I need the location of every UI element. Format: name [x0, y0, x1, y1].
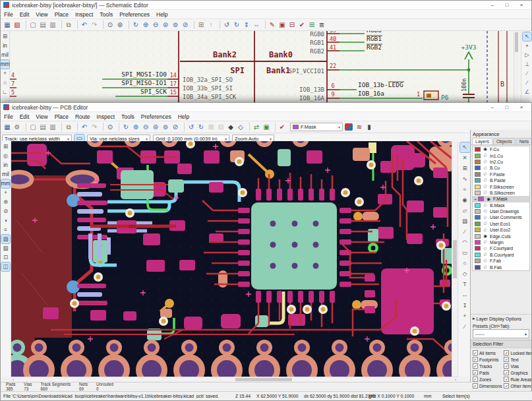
filter-checkbox[interactable]: ✓Graphics [504, 370, 531, 375]
visibility-eye-icon[interactable]: ∅ [483, 160, 488, 164]
menu-item[interactable]: Inspect [94, 113, 118, 120]
visibility-eye-icon[interactable]: ∅ [483, 228, 488, 233]
add-via-icon[interactable]: ◉ [460, 195, 470, 205]
layer-name[interactable]: Edge.Cuts [490, 234, 511, 239]
close-button[interactable]: × [514, 104, 529, 110]
rotate-ccw-icon[interactable]: ↺ [222, 20, 231, 30]
layer-row-b-paste[interactable]: ∅ B.Paste [473, 177, 529, 183]
add-footprint-icon[interactable]: ⊞ [460, 164, 470, 173]
assign-footprints-icon[interactable]: ⊞ [307, 20, 316, 30]
polar-coords-icon[interactable]: ◎ [1, 152, 10, 160]
save-icon[interactable]: ▦ [3, 20, 12, 30]
add-power-icon[interactable]: ⊥ [523, 60, 531, 69]
layer-name[interactable]: F.Mask [493, 197, 508, 201]
plot-icon[interactable]: ▥ [48, 20, 57, 30]
add-circle-icon[interactable]: ○ [460, 259, 470, 268]
grid-icon[interactable]: ⊞ [1, 142, 10, 151]
ratsnest-off-icon[interactable]: ⊘ [1, 207, 10, 216]
pcb-canvas[interactable]: CC1 [11, 141, 452, 377]
menu-item[interactable]: Place [51, 113, 72, 120]
visibility-eye-icon[interactable]: ∅ [483, 185, 488, 189]
add-rule-area-icon[interactable]: ▨ [460, 216, 470, 226]
units-inches-icon[interactable]: in [1, 161, 10, 170]
measure-icon[interactable]: ∕ [460, 322, 470, 332]
layer-color-swatch[interactable] [475, 215, 481, 220]
layer-color-swatch[interactable] [475, 172, 481, 177]
layer-color-swatch[interactable] [475, 154, 481, 158]
select-tool-icon[interactable]: ↖ [460, 142, 470, 152]
high-contrast-icon[interactable]: ◑ [1, 216, 10, 225]
filter-checkbox[interactable]: ✓Locked items [504, 350, 531, 355]
checkbox-check-icon[interactable]: ✓ [504, 377, 509, 382]
checkbox-check-icon[interactable]: ✓ [504, 383, 509, 388]
plot-icon[interactable]: ▥ [48, 123, 57, 132]
active-layer-dropdown[interactable]: F.Mask ▾ [290, 123, 343, 131]
ratsnest-icon[interactable]: ⊛ [1, 198, 10, 206]
rotate-ccw-icon[interactable]: ↺ [187, 123, 196, 132]
layer-row-b-courtyard[interactable]: ∅ B.Courtyard [473, 252, 529, 258]
route-diff-pairs-icon[interactable]: ≈ [460, 185, 470, 195]
add-text-icon[interactable]: T [460, 280, 470, 290]
tab-objects[interactable]: Objects [493, 138, 516, 144]
zoom-out-icon[interactable]: ⊖ [141, 123, 150, 132]
grid-icon[interactable]: ⊞ [1, 32, 9, 41]
undo-icon[interactable]: ↶ [80, 20, 89, 30]
erc-icon[interactable]: ✔ [297, 20, 307, 30]
layer-name[interactable]: F.Courtyard [490, 246, 513, 251]
menu-item[interactable]: Preferences [138, 113, 175, 120]
layer-name[interactable]: B.Mask [490, 203, 505, 208]
layer-row-user-eco2[interactable]: ∅ User.Eco2 [473, 227, 529, 233]
refresh-icon[interactable]: ↻ [131, 20, 140, 30]
presets-dropdown[interactable]: ------ ▾ [473, 329, 529, 338]
pcb-titlebar[interactable]: icebreaker-bitsy — PCB Editor – □ × [1, 103, 531, 112]
minimize-button[interactable]: – [485, 104, 500, 110]
local-ratsnest-icon[interactable]: ✕ [460, 153, 470, 163]
highlight-net-icon[interactable]: ⌖ [523, 42, 531, 50]
layer-color-swatch[interactable] [475, 160, 481, 164]
layer-name[interactable]: User.Drawings [490, 209, 519, 214]
annotate-icon[interactable]: ⊟ [287, 20, 297, 30]
filter-checkbox[interactable]: ✓Vias [504, 363, 531, 369]
net-label[interactable]: IOB_13b-LEDG [358, 81, 403, 88]
add-dimension-icon[interactable]: ↔ [460, 290, 470, 300]
layer-display-options[interactable]: ▸ Layer Display Options [471, 314, 531, 323]
visibility-eye-icon[interactable]: ∅ [483, 172, 488, 177]
visibility-eye-icon[interactable]: ∅ [483, 265, 488, 270]
print-icon[interactable]: ▤ [38, 20, 47, 30]
paste-icon[interactable]: ⧉ [64, 20, 73, 30]
filter-checkbox[interactable]: ✓Other items [504, 383, 531, 388]
net-label[interactable]: RGB2 [367, 44, 382, 51]
layer-color-swatch[interactable] [475, 178, 481, 183]
maximize-button[interactable]: □ [500, 2, 514, 8]
save-icon[interactable]: ▦ [3, 123, 12, 132]
visibility-eye-icon[interactable]: ∅ [483, 240, 488, 245]
net-label[interactable]: IOB_16a [358, 90, 384, 97]
layer-color-swatch[interactable] [475, 259, 481, 263]
symbol-library-icon[interactable]: ▣ [278, 20, 287, 30]
units-inches-icon[interactable]: in [1, 42, 9, 50]
layer-name[interactable]: F.Silkscreen [490, 185, 514, 189]
filter-checkbox[interactable]: ✓Pads [473, 370, 502, 375]
net-label[interactable]: SPI_SCK [140, 88, 167, 95]
menu-item[interactable]: Help [175, 113, 192, 120]
layer-name[interactable]: B.Paste [490, 178, 506, 183]
rotate-cw-icon[interactable]: ↻ [232, 20, 241, 30]
visibility-eye-icon[interactable]: ∅ [483, 154, 488, 158]
capacitor-value[interactable]: 100n [461, 78, 467, 92]
layer-row-b-fab[interactable]: ∅ B.Fab [473, 264, 529, 270]
redo-icon[interactable]: ↷ [90, 20, 99, 30]
menu-item[interactable]: Inspect [72, 11, 96, 18]
appearance-manager-icon[interactable]: ◫ [1, 262, 10, 271]
footprint-editor-icon[interactable]: ▣ [262, 123, 271, 132]
menu-item[interactable]: View [32, 11, 51, 18]
drill-origin-icon[interactable]: + [460, 311, 470, 321]
ungroup-icon[interactable]: ⊟ [216, 123, 225, 132]
add-rect-icon[interactable]: ▭ [460, 248, 470, 258]
bom-icon[interactable]: ≣ [317, 20, 326, 30]
drc-icon[interactable]: ✔ [278, 123, 287, 132]
zoom-in-icon[interactable]: ⊕ [131, 123, 140, 132]
menu-item[interactable]: Tools [118, 113, 138, 120]
layer-color-swatch[interactable] [475, 228, 481, 232]
hidden-pins-icon[interactable]: ∟ [1, 88, 9, 96]
zoom-fit-icon[interactable]: ⊜ [161, 20, 170, 30]
